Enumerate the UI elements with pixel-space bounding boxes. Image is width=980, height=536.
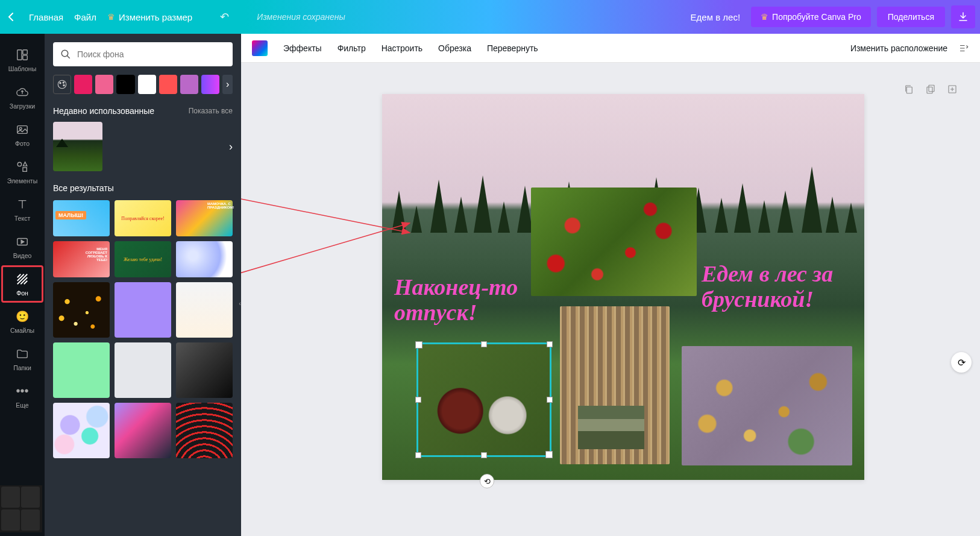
background-thumb[interactable] xyxy=(53,403,110,458)
back-button[interactable] xyxy=(5,12,18,22)
sidebar-item-more[interactable]: •••Еще xyxy=(1,377,43,415)
elements-icon xyxy=(15,160,30,174)
panel-collapse-button[interactable]: ‹ xyxy=(235,285,241,321)
tray-item[interactable] xyxy=(1,509,20,531)
background-thumb[interactable] xyxy=(176,342,233,398)
undo-button[interactable]: ↶ xyxy=(220,10,229,24)
emoji-icon: 🙂 xyxy=(15,309,30,324)
color-swatch[interactable] xyxy=(74,75,92,94)
template-thumb[interactable]: Желаю тебе удачи! xyxy=(115,241,171,277)
color-swatch[interactable] xyxy=(95,75,113,94)
template-thumb[interactable] xyxy=(53,241,110,277)
sidebar-item-elements[interactable]: Элементы xyxy=(1,153,43,191)
template-thumb[interactable] xyxy=(176,200,233,236)
sidebar-item-folders[interactable]: Папки xyxy=(1,340,43,377)
canvas-photo-leaves[interactable] xyxy=(682,346,852,465)
background-icon xyxy=(15,272,30,286)
background-thumb[interactable] xyxy=(115,342,171,398)
chevron-right-icon[interactable]: › xyxy=(229,140,233,153)
background-thumb[interactable] xyxy=(176,282,233,338)
crop-button[interactable]: Обрезка xyxy=(438,43,471,53)
adjust-button[interactable]: Настроить xyxy=(382,43,422,53)
resize-menu[interactable]: ♛Изменить размер xyxy=(107,12,192,22)
background-thumb[interactable] xyxy=(176,403,233,458)
canvas-photo-bowls-selected[interactable] xyxy=(416,342,551,457)
copy-page-icon[interactable] xyxy=(925,83,937,95)
background-thumb[interactable] xyxy=(53,282,110,338)
colors-next-button[interactable]: › xyxy=(222,75,233,94)
arrange-button[interactable]: Изменить расположение xyxy=(850,43,947,53)
folders-icon xyxy=(15,347,30,361)
background-grid xyxy=(53,282,233,458)
selection-handle[interactable] xyxy=(415,452,421,458)
recent-section: Недавно использованные Показать все › xyxy=(53,106,233,171)
saved-status: Изменения сохранены xyxy=(257,12,345,22)
main-area: Шаблоны Загрузки Фото Элементы Текст Вид… xyxy=(0,34,980,536)
svg-rect-2 xyxy=(23,55,27,59)
share-button[interactable]: Поделиться xyxy=(877,7,945,27)
template-thumb[interactable]: Поправляйся скорее! xyxy=(115,200,171,236)
color-swatch-button[interactable] xyxy=(252,40,268,56)
svg-point-11 xyxy=(63,82,64,83)
svg-rect-0 xyxy=(17,49,22,60)
color-swatch[interactable] xyxy=(159,75,177,94)
template-thumb[interactable] xyxy=(176,241,233,277)
sidebar-label: Фото xyxy=(15,140,30,147)
duplicate-page-icon[interactable] xyxy=(903,83,915,95)
more-options-icon[interactable] xyxy=(958,43,969,54)
file-menu[interactable]: Файл xyxy=(74,12,96,22)
effects-button[interactable]: Эффекты xyxy=(283,43,322,53)
color-swatch[interactable] xyxy=(180,75,198,94)
canvas-text-1[interactable]: Наконец-то отпуск! xyxy=(394,275,533,326)
tray-item[interactable] xyxy=(1,487,20,508)
color-swatch[interactable] xyxy=(116,75,134,94)
tray-item[interactable] xyxy=(21,509,40,531)
document-title[interactable]: Едем в лес! xyxy=(691,12,740,22)
background-thumb[interactable] xyxy=(115,282,171,338)
color-picker-button[interactable] xyxy=(53,75,71,94)
background-thumb[interactable] xyxy=(53,342,110,398)
canvas-photo-forest-person[interactable] xyxy=(560,306,670,464)
color-swatch[interactable] xyxy=(138,75,156,94)
selection-handle[interactable] xyxy=(415,397,421,403)
canvas-photo-berries[interactable] xyxy=(531,188,697,296)
refresh-button[interactable]: ⟳ xyxy=(951,352,972,373)
far-sidebar: Шаблоны Загрузки Фото Элементы Текст Вид… xyxy=(0,34,45,536)
background-thumb[interactable] xyxy=(115,403,171,458)
add-page-icon[interactable] xyxy=(946,83,958,95)
sidebar-item-uploads[interactable]: Загрузки xyxy=(1,78,43,116)
selection-handle[interactable] xyxy=(481,452,487,458)
sidebar-item-templates[interactable]: Шаблоны xyxy=(1,41,43,78)
sidebar-label: Еще xyxy=(16,402,28,409)
section-header: Недавно использованные Показать все xyxy=(53,106,233,116)
rotate-handle[interactable]: ⟲ xyxy=(480,474,494,488)
download-button[interactable] xyxy=(951,5,975,28)
tray-item[interactable] xyxy=(21,487,40,508)
sidebar-item-background[interactable]: Фон xyxy=(1,265,43,303)
sidebar-label: Видео xyxy=(13,252,32,259)
templates-icon xyxy=(15,48,30,62)
sidebar-item-emoji[interactable]: 🙂Смайлы xyxy=(1,303,43,340)
video-icon xyxy=(15,235,30,249)
search-box[interactable] xyxy=(53,42,233,66)
template-thumb[interactable] xyxy=(53,200,110,236)
search-input[interactable] xyxy=(77,49,225,59)
context-toolbar: Эффекты Фильтр Настроить Обрезка Перевер… xyxy=(241,34,980,63)
selection-handle[interactable] xyxy=(547,397,553,403)
selection-handle[interactable] xyxy=(481,341,487,347)
sidebar-item-video[interactable]: Видео xyxy=(1,228,43,265)
sidebar-item-photos[interactable]: Фото xyxy=(1,116,43,153)
svg-point-5 xyxy=(17,162,21,166)
design-canvas[interactable]: Наконец-то отпуск! Едем в лес за брусник… xyxy=(382,94,864,480)
recent-background-thumb[interactable] xyxy=(53,122,102,171)
try-pro-button[interactable]: ♛Попробуйте Canva Pro xyxy=(751,7,871,27)
canvas-text-2[interactable]: Едем в лес за брусникой! xyxy=(702,262,858,312)
svg-point-12 xyxy=(63,84,64,86)
show-all-link[interactable]: Показать все xyxy=(189,107,233,115)
flip-button[interactable]: Перевернуть xyxy=(487,43,538,53)
home-menu[interactable]: Главная xyxy=(29,12,63,22)
color-swatch[interactable] xyxy=(201,75,219,94)
sidebar-item-text[interactable]: Текст xyxy=(1,191,43,228)
filter-button[interactable]: Фильтр xyxy=(338,43,366,53)
selection-handle[interactable] xyxy=(547,341,553,347)
